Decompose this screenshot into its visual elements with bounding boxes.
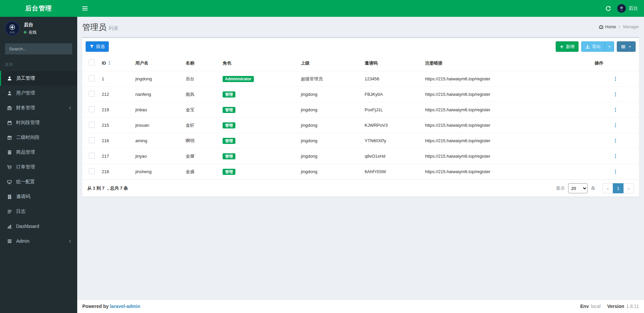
breadcrumb-home[interactable]: Home (599, 25, 616, 29)
role-badge: 管理 (223, 153, 235, 159)
download-icon (585, 44, 590, 49)
user-menu[interactable]: 2022 后台 (617, 4, 638, 13)
row-actions-button[interactable] (612, 107, 619, 113)
cell-name: 后台 (183, 71, 220, 87)
cell-register-link: https://215.haiwaiym6.top/register (422, 118, 592, 133)
row-checkbox[interactable] (89, 106, 95, 112)
sidebar-item-时间段管理[interactable]: 时间段管理 (0, 115, 77, 130)
list-icon (6, 209, 13, 214)
sidebar-item-商品管理[interactable]: 商品管理 (0, 145, 77, 160)
laravel-admin-link[interactable]: laravel-admin (110, 304, 140, 309)
cell-invite-code: PoxFjJ1L (362, 102, 422, 118)
cell-register-link: https://215.haiwaiym6.top/register (422, 149, 592, 164)
sidebar-item-用户管理[interactable]: 用户管理 (0, 86, 77, 101)
content: 管理员列表 Home > Manager 筛选 新增 (77, 17, 644, 299)
pagination-page-1[interactable]: 1 (613, 183, 624, 193)
database-icon (6, 150, 13, 155)
sidebar-item-二级时间段[interactable]: 二级时间段 (0, 130, 77, 145)
export-button[interactable]: 导出 (581, 41, 605, 52)
column-header-ID[interactable]: ID (99, 55, 133, 71)
cell-name: 金轩 (183, 118, 220, 133)
row-checkbox[interactable] (89, 91, 95, 97)
row-checkbox[interactable] (89, 122, 95, 128)
cell-register-link: https://215.haiwaiym6.top/register (422, 87, 592, 102)
cart-icon (6, 165, 13, 170)
page-subtitle: 列表 (108, 25, 119, 31)
page-size-select[interactable]: 20 (568, 183, 588, 193)
role-badge: 管理 (223, 122, 235, 128)
app-logo[interactable]: 后台管理 (0, 0, 77, 17)
sidebar-item-Dashboard[interactable]: Dashboard (0, 219, 77, 234)
sidebar-item-财务管理[interactable]: 财务管理 (0, 101, 77, 115)
cell-name: 南风 (183, 87, 220, 102)
row-actions-button[interactable] (612, 91, 619, 97)
caret-down-icon (628, 45, 632, 48)
column-header-邀请码: 邀请码 (362, 55, 422, 71)
chevron-left-icon (68, 106, 72, 110)
caret-down-icon (608, 45, 611, 48)
sidebar-item-统一配置[interactable]: 统一配置 (0, 174, 77, 189)
calendar-icon (6, 120, 13, 125)
cell-username: jinbao (133, 102, 183, 118)
sidebar-menu: 员工管理 用户管理 财务管理 时间段管理 二级时间段 商品管理 订单管理 统一配… (0, 71, 77, 248)
filter-button[interactable]: 筛选 (86, 41, 109, 52)
add-button[interactable]: 新增 (556, 41, 579, 52)
sidebar-user-panel: 2022 后台 在线 (0, 17, 77, 40)
cell-register-link: https://215.haiwaiym6.top/register (422, 102, 592, 118)
row-actions-button[interactable] (612, 76, 619, 82)
sidebar-search (5, 43, 72, 54)
table-row: 212 nanfeng 南风 管理 jingdong FBJKytIA http… (82, 87, 639, 102)
refresh-icon[interactable] (605, 6, 611, 11)
sidebar-item-邀请码[interactable]: 邀请码 (0, 189, 77, 204)
filter-icon (90, 44, 94, 49)
sidebar-toggle-button[interactable] (77, 0, 93, 17)
page-size-prefix: 显示 (556, 185, 565, 191)
search-input[interactable] (5, 43, 72, 54)
cell-username: jinsheng (133, 164, 183, 180)
table-row: 1 jingdong 后台 Administrator 超级管理员 123456… (82, 71, 639, 87)
env-value: local (591, 304, 601, 309)
row-checkbox[interactable] (89, 75, 95, 81)
column-header-操作: 操作 (592, 55, 639, 71)
row-checkbox[interactable] (89, 137, 95, 143)
table-row: 219 jinbao 金宝 管理 jingdong PoxFjJ1L https… (82, 102, 639, 118)
sidebar-item-员工管理[interactable]: 员工管理 (0, 71, 77, 86)
cell-id: 212 (99, 87, 133, 102)
row-actions-button[interactable] (612, 168, 619, 175)
cell-register-link: https://215.haiwaiym6.top/register (422, 164, 592, 180)
cell-parent: 超级管理员 (298, 71, 362, 87)
row-checkbox[interactable] (89, 168, 95, 174)
column-selector-button[interactable] (617, 41, 636, 52)
row-checkbox[interactable] (89, 153, 95, 159)
pagination-next[interactable]: » (623, 183, 634, 193)
export-dropdown-button[interactable] (605, 41, 614, 52)
grid-footer: 从 1 到 7 ，总共 7 条 显示 20 条 « 1 » (82, 180, 639, 197)
cell-register-link: https://215.haiwaiym6.top/register (422, 133, 592, 149)
select-all-checkbox[interactable] (89, 60, 95, 66)
version-label: Version (607, 304, 625, 309)
sidebar-item-Admin[interactable]: Admin (0, 234, 77, 248)
page-size-suffix: 条 (591, 185, 595, 191)
cell-parent: jingdong (298, 118, 362, 133)
bank-icon (6, 106, 13, 111)
sidebar-item-日志[interactable]: 日志 (0, 204, 77, 219)
sidebar-item-订单管理[interactable]: 订单管理 (0, 160, 77, 174)
rows-summary: 从 1 到 7 ，总共 7 条 (87, 185, 128, 191)
pagination-prev[interactable]: « (602, 183, 613, 193)
tasks-icon (6, 239, 13, 244)
sort-icon[interactable] (108, 61, 111, 65)
sidebar-user-name: 后台 (24, 22, 37, 28)
chart-icon (6, 224, 13, 229)
calendar-check-icon (6, 135, 13, 140)
navbar: 2022 后台 (77, 0, 644, 17)
table-grid-icon (621, 44, 626, 49)
breadcrumb-current: Manager (623, 25, 639, 29)
cell-parent: jingdong (298, 149, 362, 164)
cell-invite-code: q8vO1xHd (362, 149, 422, 164)
menu-header: 菜单 (0, 58, 77, 71)
row-actions-button[interactable] (612, 153, 619, 159)
row-actions-button[interactable] (612, 138, 619, 144)
plus-icon (560, 45, 564, 49)
row-actions-button[interactable] (612, 122, 619, 128)
book-icon (6, 194, 13, 199)
